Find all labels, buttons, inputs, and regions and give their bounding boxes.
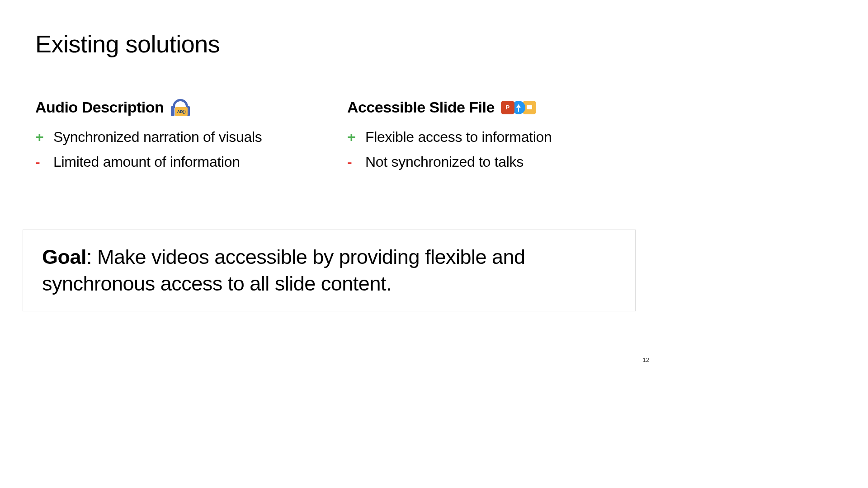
page-number: 12 [643, 357, 649, 363]
column-title: Audio Description [35, 99, 164, 116]
slide-title: Existing solutions [35, 30, 220, 58]
minus-icon: - [347, 155, 356, 169]
column-audio-description: Audio Description AD)) + Synchronized na… [35, 99, 311, 170]
bullet-text: Flexible access to information [365, 129, 552, 145]
bullet-text: Synchronized narration of visuals [53, 129, 262, 145]
bullet-list: + Flexible access to information - Not s… [347, 129, 623, 170]
ad-label: AD)) [177, 109, 186, 114]
column-header: Audio Description AD)) [35, 99, 311, 116]
goal-text: Goal: Make videos accessible by providin… [42, 244, 616, 297]
audio-description-icon: AD)) [170, 99, 191, 116]
goal-label: Goal [42, 245, 86, 268]
column-header: Accessible Slide File P [347, 99, 623, 116]
columns-container: Audio Description AD)) + Synchronized na… [35, 99, 623, 170]
slide-apps-icons: P [501, 101, 536, 114]
bullet-text: Not synchronized to talks [365, 154, 524, 170]
plus-icon: + [347, 130, 356, 144]
list-item: + Synchronized narration of visuals [35, 129, 311, 145]
bullet-list: + Synchronized narration of visuals - Li… [35, 129, 311, 170]
list-item: - Limited amount of information [35, 154, 311, 170]
list-item: + Flexible access to information [347, 129, 623, 145]
goal-box: Goal: Make videos accessible by providin… [23, 230, 636, 311]
plus-icon: + [35, 130, 44, 144]
column-title: Accessible Slide File [347, 99, 495, 116]
powerpoint-icon: P [501, 101, 514, 114]
list-item: - Not synchronized to talks [347, 154, 623, 170]
column-accessible-slide-file: Accessible Slide File P + Flexible acces… [347, 99, 623, 170]
minus-icon: - [35, 155, 44, 169]
goal-body: : Make videos accessible by providing fl… [42, 245, 525, 295]
bullet-text: Limited amount of information [53, 154, 240, 170]
